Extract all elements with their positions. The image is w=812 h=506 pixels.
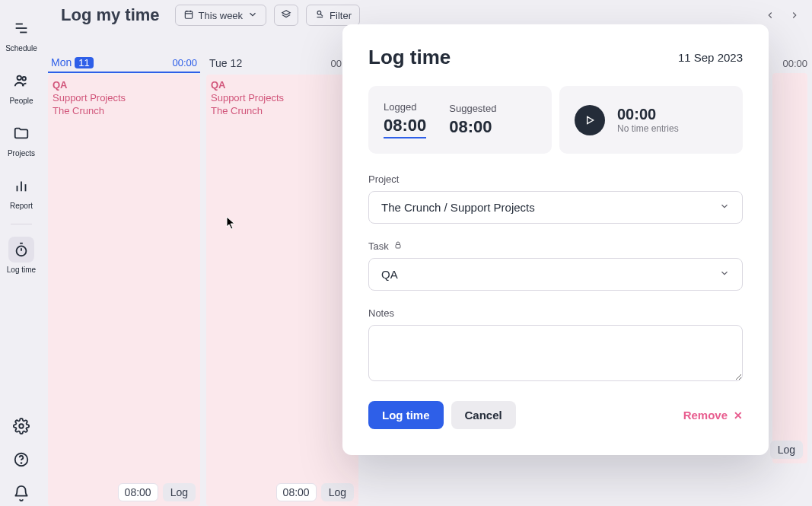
day-body[interactable]: QA Support Projects The Crunch 08:00 Log xyxy=(206,75,358,506)
logged-suggested-card: Logged 08:00 Suggested 08:00 xyxy=(368,86,552,154)
svg-point-3 xyxy=(18,76,22,81)
sidebar: Schedule People Projects Report Log time xyxy=(0,0,43,506)
svg-rect-14 xyxy=(185,11,192,18)
log-button[interactable]: Log xyxy=(770,441,803,459)
sidebar-divider xyxy=(11,224,32,224)
task-project: Support Projects xyxy=(211,92,354,105)
remove-button[interactable]: Remove ✕ xyxy=(683,409,743,422)
nav-label: Log time xyxy=(7,266,36,274)
logged-label: Logged xyxy=(384,101,426,113)
filter-icon xyxy=(314,9,325,22)
task-select[interactable]: QA xyxy=(368,258,743,291)
notes-label: Notes xyxy=(368,307,743,319)
task-name: QA xyxy=(53,79,196,92)
svg-marker-22 xyxy=(588,116,594,123)
nav-people[interactable]: People xyxy=(0,63,43,116)
project-select[interactable]: The Crunch / Support Projects xyxy=(368,191,743,224)
day-hours: 00:00 xyxy=(782,58,807,69)
suggested-label: Suggested xyxy=(449,103,496,114)
play-button[interactable] xyxy=(575,105,605,135)
log-button[interactable]: Log xyxy=(321,483,354,501)
schedule-icon xyxy=(13,20,30,37)
project-label: Project xyxy=(368,173,743,185)
task-project: Support Projects xyxy=(53,92,196,105)
folder-icon xyxy=(13,125,30,142)
task-client: The Crunch xyxy=(53,105,196,118)
log-time-modal: Log time 11 Sep 2023 Logged 08:00 Sugges… xyxy=(342,24,769,455)
suggested-value: 08:00 xyxy=(449,117,496,137)
bell-icon[interactable] xyxy=(13,485,30,501)
nav-schedule[interactable]: Schedule xyxy=(0,11,43,63)
svg-point-11 xyxy=(19,424,24,428)
day-name: Tue xyxy=(209,57,228,69)
task-name: QA xyxy=(211,79,354,92)
day-column: Tue 12 00:00 QA Support Projects The Cru… xyxy=(206,53,358,506)
lock-icon xyxy=(393,240,403,252)
layers-button[interactable] xyxy=(274,5,298,26)
svg-point-4 xyxy=(22,77,26,81)
timer-subtext: No time entries xyxy=(617,123,679,134)
svg-marker-18 xyxy=(282,10,291,14)
svg-line-20 xyxy=(320,14,323,16)
task-client: The Crunch xyxy=(211,105,354,118)
filter-label: Filter xyxy=(330,10,352,21)
task-label: Task xyxy=(368,240,389,252)
log-button[interactable]: Log xyxy=(163,483,196,501)
modal-title: Log time xyxy=(368,46,451,69)
page-title: Log my time xyxy=(61,5,160,25)
nav-label: People xyxy=(9,97,33,105)
nav-projects[interactable]: Projects xyxy=(0,116,43,168)
prev-button[interactable] xyxy=(760,5,780,25)
day-hours: 00:00 xyxy=(172,57,197,68)
day-number: 11 xyxy=(75,57,93,68)
notes-input[interactable] xyxy=(368,325,743,381)
nav-report[interactable]: Report xyxy=(0,168,43,221)
remove-label: Remove xyxy=(683,409,728,422)
svg-point-13 xyxy=(21,463,22,463)
help-icon[interactable] xyxy=(13,451,30,468)
modal-date: 11 Sep 2023 xyxy=(678,51,743,64)
next-button[interactable] xyxy=(785,5,804,25)
logged-value[interactable]: 08:00 xyxy=(384,116,426,138)
day-header[interactable]: Tue 12 00:00 xyxy=(206,53,358,73)
date-range-label: This week xyxy=(199,10,244,21)
svg-point-19 xyxy=(317,11,321,14)
nav-label: Schedule xyxy=(5,44,37,53)
nav-log-time[interactable]: Log time xyxy=(0,232,43,285)
settings-icon[interactable] xyxy=(13,418,30,434)
chevron-down-icon xyxy=(719,268,730,281)
day-header[interactable]: Mon 11 00:00 xyxy=(48,53,200,73)
task-value: QA xyxy=(381,268,398,281)
logged-chip: 08:00 xyxy=(276,483,317,501)
filter-button[interactable]: Filter xyxy=(306,5,360,26)
close-icon: ✕ xyxy=(734,409,743,422)
timer-card: 00:00 No time entries xyxy=(559,86,743,154)
date-range-button[interactable]: This week xyxy=(175,5,267,26)
layers-icon xyxy=(281,9,291,22)
svg-rect-23 xyxy=(396,245,400,249)
day-column: Mon 11 00:00 QA Support Projects The Cru… xyxy=(48,53,200,506)
task-block[interactable]: QA Support Projects The Crunch xyxy=(211,79,354,118)
cancel-button[interactable]: Cancel xyxy=(451,401,516,429)
project-value: The Crunch / Support Projects xyxy=(381,201,535,214)
logged-chip: 08:00 xyxy=(118,483,158,501)
nav-label: Projects xyxy=(8,149,35,158)
task-block[interactable]: QA Support Projects The Crunch xyxy=(53,79,196,118)
timer-value: 00:00 xyxy=(617,106,679,123)
day-body[interactable]: QA Support Projects The Crunch 08:00 Log xyxy=(48,75,200,506)
stopwatch-icon xyxy=(13,241,30,258)
people-icon xyxy=(13,72,30,89)
day-body[interactable]: Log xyxy=(772,73,807,463)
chevron-down-icon xyxy=(247,9,258,22)
nav-label: Report xyxy=(10,202,33,210)
submit-button[interactable]: Log time xyxy=(368,401,444,429)
calendar-icon xyxy=(183,9,194,22)
day-name: Mon xyxy=(51,56,72,68)
day-number: 12 xyxy=(231,57,243,69)
chevron-down-icon xyxy=(719,201,730,214)
chart-icon xyxy=(13,177,30,194)
